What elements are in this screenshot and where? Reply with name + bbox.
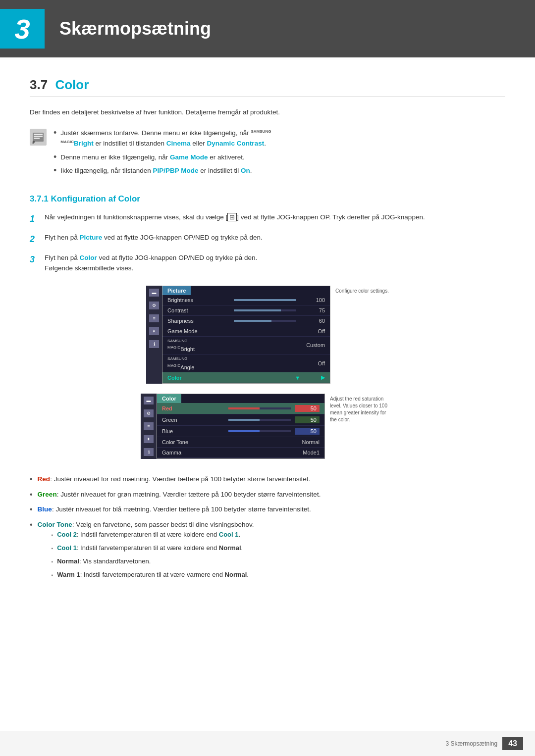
- step-3-sub: Følgende skærmbillede vises.: [45, 264, 133, 272]
- picture-bold: Picture: [80, 234, 103, 241]
- note-item-1: • Justér skærmens tonfarve. Denne menu e…: [54, 128, 505, 149]
- note-item-2: • Denne menu er ikke tilgængelig, når Ga…: [54, 152, 505, 163]
- step-text-1: Når vejledningen til funktionsknapperne …: [45, 212, 505, 223]
- sidebar-icon-monitor-2: ▬: [144, 397, 154, 404]
- screen-row-magicangle: SAMSUNGMAGICAngle Off: [162, 354, 330, 372]
- page-header: 3 Skærmopsætning: [0, 0, 535, 57]
- screen-row-color: Color ▼ ▶: [162, 372, 330, 383]
- page: 3 Skærmopsætning 3.7 Color Der findes en…: [0, 0, 535, 756]
- bullet-sym-red: •: [30, 474, 33, 485]
- screen-tab-1: Picture: [162, 286, 330, 295]
- bullet-item-blue: • Blue: Justér niveauet for blå mætning.…: [30, 504, 505, 515]
- bullet-content-colortone: Color Tone: Vælg en farvetone, som passe…: [38, 519, 254, 583]
- bullet-text-red: Red: Justér niveauet for rød mætning. Væ…: [38, 474, 311, 485]
- screen-box-1: Picture Brightness 100 Contrast: [162, 286, 330, 384]
- bullet-list: • Red: Justér niveauet for rød mætning. …: [30, 474, 505, 583]
- bullet-item-green: • Green: Justér niveauet for grøn mætnin…: [30, 489, 505, 500]
- samsung-label-2: SAMSUNGMAGIC: [167, 356, 187, 368]
- bullet-text-blue: Blue: Justér niveauet for blå mætning. V…: [38, 504, 311, 515]
- red-label: Red: [38, 475, 51, 483]
- sub-text-normal: Normal: Vis standardfarvetonen.: [57, 556, 151, 567]
- section-number: 3.7: [30, 77, 48, 92]
- sidebar-icon-settings-2: ⚙: [144, 409, 154, 417]
- dynamic-contrast-bold: Dynamic Contrast: [207, 140, 265, 147]
- note-text-2: Denne menu er ikke tilgængelig, når Game…: [60, 152, 244, 163]
- screen-row-gamemode: Game Mode Off: [162, 326, 330, 337]
- svg-rect-2: [34, 134, 43, 135]
- bullet-1: •: [54, 128, 56, 139]
- colortone-text: Color Tone: Vælg en farvetone, som passe…: [38, 521, 254, 528]
- step-num-3: 3: [30, 252, 39, 267]
- bullet-sym-green: •: [30, 489, 33, 500]
- sub-item-warm1: ▪ Warm 1: Indstil farvetemperaturen til …: [52, 570, 254, 580]
- page-footer: 3 Skærmopsætning 43: [0, 731, 535, 756]
- screen-row-brightness: Brightness 100: [162, 295, 330, 305]
- step-3-line1: Flyt hen på Color ved at flytte JOG-knap…: [45, 254, 257, 261]
- svg-rect-3: [34, 136, 43, 137]
- game-mode-bold: Game Mode: [170, 153, 208, 161]
- screen-wrapper-1: ▬ ⚙ ≡ ✦ ℹ Picture Brightness: [146, 286, 389, 384]
- samsung-label-1: SAMSUNGMAGIC: [167, 339, 187, 350]
- subsection-number: 3.7.1: [30, 194, 49, 203]
- bullet-text-green: Green: Justér niveauet for grøn mætning.…: [38, 489, 321, 500]
- sidebar-icon-info: ℹ: [149, 340, 159, 348]
- note-icon: [30, 129, 47, 146]
- magic-bright: Bright: [74, 140, 94, 147]
- sub-bullet-sym-4: ▪: [52, 571, 54, 579]
- normal-label: Normal: [57, 557, 79, 565]
- normal-ref-2: Normal: [225, 571, 247, 578]
- sub-bullet-list: ▪ Cool 2: Indstil farvetemperaturen til …: [52, 530, 254, 580]
- screen-row-magicbright: SAMSUNGMAGICBright Custom: [162, 337, 330, 354]
- sidebar-icon-settings: ⚙: [149, 302, 159, 309]
- cinema-bold: Cinema: [166, 140, 191, 147]
- step-text-3: Flyt hen på Color ved at flytte JOG-knap…: [45, 252, 505, 274]
- screen-row-blue: Blue 50: [157, 426, 324, 437]
- screen-note-2: Adjust the red saturation level. Values …: [330, 394, 394, 423]
- jog-icon: ⊞: [227, 213, 237, 221]
- sub-item-cool1: ▪ Cool 1: Indstil farvetemperaturen til …: [52, 543, 254, 554]
- section-heading: 3.7 Color: [30, 77, 505, 97]
- sidebar-icon-info-2: ℹ: [144, 448, 154, 456]
- subsection-title: Konfiguration af Color: [51, 194, 140, 203]
- note-item-3: • Ikke tilgængelig, når tilstanden PIP/P…: [54, 165, 505, 176]
- sidebar-icon-menu-2: ≡: [144, 422, 154, 430]
- chapter-number-box: 3: [0, 9, 45, 49]
- svg-rect-4: [34, 138, 40, 139]
- screen-sidebar-1: ▬ ⚙ ≡ ✦ ℹ: [146, 286, 162, 384]
- pip-pbp-bold: PIP/PBP Mode: [153, 167, 198, 174]
- screen-note-1: Configure color settings.: [335, 286, 389, 295]
- cool1-label: Cool 1: [57, 544, 77, 552]
- sub-item-cool2: ▪ Cool 2: Indstil farvetemperaturen til …: [52, 530, 254, 540]
- cool1-ref: Cool 1: [219, 531, 239, 538]
- screen-row-sharpness: Sharpness 60: [162, 316, 330, 326]
- screen-row-contrast: Contrast 75: [162, 305, 330, 316]
- screen-row-red: Red 50: [157, 403, 324, 414]
- screen-row-green: Green 50: [157, 414, 324, 426]
- step-3: 3 Flyt hen på Color ved at flytte JOG-kn…: [30, 252, 505, 274]
- step-num-2: 2: [30, 232, 39, 247]
- steps-list: 1 Når vejledningen til funktionsknappern…: [30, 212, 505, 274]
- step-num-1: 1: [30, 212, 39, 226]
- bullet-item-red: • Red: Justér niveauet for rød mætning. …: [30, 474, 505, 485]
- note-lines: • Justér skærmens tonfarve. Denne menu e…: [54, 128, 505, 179]
- sidebar-icon-gear: ✦: [149, 327, 159, 335]
- sub-bullet-sym-1: ▪: [52, 531, 54, 539]
- bullet-item-colortone: • Color Tone: Vælg en farvetone, som pas…: [30, 519, 505, 583]
- sub-text-cool1: Cool 1: Indstil farvetemperaturen til at…: [57, 543, 243, 554]
- screen-row-gamma: Gamma Mode1: [157, 448, 324, 458]
- cool2-label: Cool 2: [57, 531, 77, 538]
- color-bold: Color: [80, 254, 97, 261]
- normal-ref-1: Normal: [219, 544, 241, 552]
- screen-row-colortone: Color Tone Normal: [157, 437, 324, 448]
- colortone-label: Color Tone: [38, 521, 72, 528]
- screen-arrow: ▼: [295, 375, 300, 381]
- sub-text-warm1: Warm 1: Indstil farvetemperaturen til at…: [57, 570, 249, 580]
- sidebar-icon-monitor: ▬: [149, 289, 159, 297]
- note-text-1: Justér skærmens tonfarve. Denne menu er …: [60, 128, 271, 149]
- sub-bullet-sym-2: ▪: [52, 545, 54, 553]
- section-title: Color: [55, 77, 89, 92]
- screen-box-2: Color Red 50 Green: [157, 394, 325, 459]
- sub-text-cool2: Cool 2: Indstil farvetemperaturen til at…: [57, 530, 240, 540]
- screen-with-sidebar-1: ▬ ⚙ ≡ ✦ ℹ Picture Brightness: [146, 286, 330, 384]
- sidebar-icon-menu: ≡: [149, 314, 159, 322]
